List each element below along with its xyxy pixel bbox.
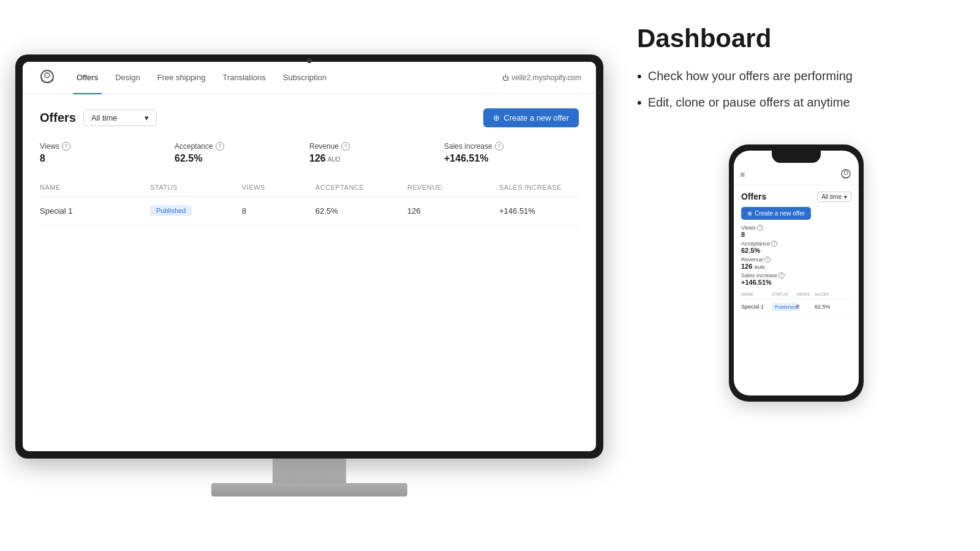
phone-stat-views-value: 8 xyxy=(741,231,851,238)
stat-views-value: 8 xyxy=(40,153,175,164)
phone-app-logo xyxy=(839,168,853,181)
nav-translations[interactable]: Translations xyxy=(215,69,273,86)
nav-subscription[interactable]: Subscription xyxy=(276,69,334,86)
stat-acceptance-label: Acceptance ? xyxy=(175,142,309,151)
right-section: Dashboard • Check how your offers are pe… xyxy=(619,0,980,551)
phone-stat-sales-label: Sales increase ? xyxy=(741,272,851,279)
stat-revenue-label: Revenue ? xyxy=(309,142,444,151)
phone-notch xyxy=(772,151,821,163)
monitor-stand-base xyxy=(211,483,407,497)
page-title: Offers xyxy=(40,111,76,125)
phone-stat-sales-value: +146.51% xyxy=(741,279,851,286)
phone-col-status: STATUS xyxy=(772,292,796,296)
monitor-frame: Offers Design Free shipping Translations… xyxy=(15,54,603,459)
svg-point-1 xyxy=(45,73,50,78)
stat-sales-increase-value: +146.51% xyxy=(444,153,579,164)
acceptance-info-icon[interactable]: ? xyxy=(216,142,224,151)
table-header: NAME STATUS VIEWS ACCEPTANCE REVENUE SAL… xyxy=(40,179,579,197)
phone-create-offer-button[interactable]: ⊕ Create a new offer xyxy=(741,207,811,220)
phone-time-filter-label: All time xyxy=(821,193,842,200)
phone-time-filter[interactable]: All time ▾ xyxy=(817,192,851,202)
phone-content: Offers All time ▾ ⊕ Create a new offer V… xyxy=(734,186,859,321)
svg-point-0 xyxy=(41,70,53,83)
phone-offers-title: Offers xyxy=(741,192,766,201)
stat-views-label: Views ? xyxy=(40,142,175,151)
stats-row: Views ? 8 Acceptance ? xyxy=(40,142,579,164)
nav-offers[interactable]: Offers xyxy=(69,69,105,86)
row-status: Published xyxy=(150,205,242,216)
row-views: 8 xyxy=(242,206,315,216)
plus-icon: ⊕ xyxy=(493,113,500,122)
phone-col-name: NAME xyxy=(741,292,772,296)
phone-status-badge: Published xyxy=(772,303,799,311)
phone-stat-revenue-label: Revenue ? xyxy=(741,257,851,263)
phone-mockup-container: ≡ Offers All time xyxy=(637,144,956,527)
nav-design[interactable]: Design xyxy=(108,69,147,86)
phone-section-header: Offers All time ▾ xyxy=(741,192,851,202)
col-sales-increase: SALES INCREASE xyxy=(499,184,596,191)
sales-increase-info-icon[interactable]: ? xyxy=(495,142,503,151)
phone-row-status: Published xyxy=(772,303,796,311)
stat-acceptance-value: 62.5% xyxy=(175,153,309,164)
app-logo xyxy=(37,68,57,88)
monitor-screen: Offers Design Free shipping Translations… xyxy=(23,62,596,451)
phone-revenue-currency: AUD xyxy=(754,264,764,270)
time-filter-dropdown[interactable]: All time ▾ xyxy=(83,110,157,126)
row-sales-increase: +146.51% xyxy=(499,206,596,216)
create-offer-button[interactable]: ⊕ Create a new offer xyxy=(483,108,579,127)
col-revenue: REVENUE xyxy=(407,184,499,191)
page-header-left: Offers All time ▾ xyxy=(40,110,157,126)
row-revenue: 126 xyxy=(407,206,499,216)
phone-stat-acceptance-value: 62.5% xyxy=(741,247,851,254)
phone-col-views: VIEWS xyxy=(796,292,815,296)
phone-row-name: Special 1 xyxy=(741,304,772,310)
monitor-section: Offers Design Free shipping Translations… xyxy=(0,0,619,551)
stat-revenue-value: 126AUD xyxy=(309,153,444,164)
phone-views-info-icon: ? xyxy=(757,225,763,231)
phone-table-row: Special 1 Published 8 62.5% xyxy=(741,299,851,315)
page-header: Offers All time ▾ ⊕ Create a new offer xyxy=(40,108,579,127)
bullet-text-2: Edit, clone or pause offers at anytime xyxy=(648,94,850,113)
create-offer-label: Create a new offer xyxy=(503,113,569,122)
phone-table-header: NAME STATUS VIEWS ACCEP... xyxy=(741,290,851,299)
phone-plus-icon: ⊕ xyxy=(747,210,752,217)
phone-app-bar: ≡ xyxy=(734,165,859,186)
col-acceptance: ACCEPTANCE xyxy=(315,184,407,191)
stat-views: Views ? 8 xyxy=(40,142,175,164)
views-info-icon[interactable]: ? xyxy=(62,142,70,151)
phone-acceptance-info-icon: ? xyxy=(771,241,777,247)
stat-acceptance: Acceptance ? 62.5% xyxy=(175,142,309,164)
monitor-stand-neck xyxy=(273,459,346,483)
svg-point-3 xyxy=(844,171,848,174)
time-filter-label: All time xyxy=(91,113,118,122)
phone-menu-icon: ≡ xyxy=(740,170,745,179)
offers-table: NAME STATUS VIEWS ACCEPTANCE REVENUE SAL… xyxy=(40,179,579,225)
row-name: Special 1 xyxy=(40,206,150,216)
nav-items: Offers Design Free shipping Translations… xyxy=(69,69,502,86)
nav-free-shipping[interactable]: Free shipping xyxy=(150,69,213,86)
store-info: ⏻ vellir2.myshopify.com xyxy=(502,73,581,82)
phone-row-acceptance: 62.5% xyxy=(815,304,839,310)
revenue-info-icon[interactable]: ? xyxy=(341,142,350,151)
dashboard-title: Dashboard xyxy=(637,24,956,53)
monitor-camera xyxy=(307,58,312,63)
status-badge: Published xyxy=(150,205,192,216)
table-row: Special 1 Published 8 62.5% 126 +146.51%… xyxy=(40,197,579,225)
phone-chevron-icon: ▾ xyxy=(844,193,847,200)
phone-row-views: 8 xyxy=(796,304,815,310)
stat-revenue: Revenue ? 126AUD xyxy=(309,142,444,164)
bullet-dot-1: • xyxy=(637,67,642,86)
bullet-point-2: • Edit, clone or pause offers at anytime xyxy=(637,94,956,113)
phone-revenue-info-icon: ? xyxy=(764,257,771,263)
col-status: STATUS xyxy=(150,184,242,191)
phone-col-acceptance: ACCEP... xyxy=(815,292,839,296)
col-name: NAME xyxy=(40,184,150,191)
phone-stat-views-label: Views ? xyxy=(741,225,851,231)
phone-frame: ≡ Offers All time xyxy=(729,144,864,402)
phone-stat-acceptance-label: Acceptance ? xyxy=(741,241,851,247)
phone-screen: ≡ Offers All time xyxy=(734,151,859,395)
col-views: VIEWS xyxy=(242,184,315,191)
chevron-down-icon: ▾ xyxy=(145,113,149,122)
nav-bar: Offers Design Free shipping Translations… xyxy=(23,62,596,94)
phone-create-label: Create a new offer xyxy=(755,210,805,217)
